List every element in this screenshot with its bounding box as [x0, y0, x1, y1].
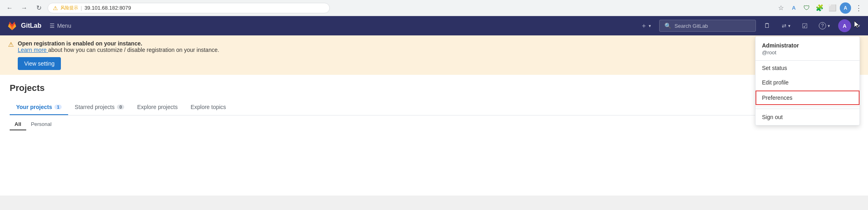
tab-your-projects-label: Your projects [16, 104, 52, 110]
gitlab-logo-text: GitLab [21, 22, 42, 29]
browser-toolbar-icons: ☆ A 🛡 🧩 ⬜ A ⋮ [775, 2, 864, 14]
new-item-button[interactable]: ＋ ▾ [637, 19, 654, 33]
user-avatar-button[interactable]: A [838, 19, 851, 32]
projects-tabs: Your projects 1 Starred projects 0 Explo… [10, 100, 786, 115]
sub-tab-all[interactable]: All [10, 119, 26, 130]
sub-tab-personal[interactable]: Personal [26, 119, 56, 130]
dropdown-user-handle: @root [762, 49, 853, 56]
tab-your-projects-badge: 1 [54, 105, 62, 109]
banner-content: Open registration is enabled on your ins… [18, 40, 219, 70]
banner-suffix-text: about how you can customize / disable re… [48, 47, 219, 53]
plus-icon: ＋ [641, 22, 647, 30]
learn-more-link[interactable]: Learn more [18, 47, 48, 53]
warning-text: 风险提示 [60, 5, 78, 11]
back-button[interactable]: ← [4, 2, 15, 14]
dropdown-user-info: Administrator @root [756, 37, 860, 61]
whiteboard-button[interactable]: 🗒 [761, 20, 774, 32]
tab-explore-label: Explore projects [137, 104, 177, 110]
browser-chrome: ← → ↻ ⚠ 风险提示 | 39.101.68.182:8079 ☆ A 🛡 … [0, 0, 868, 16]
banner-main-text: Open registration is enabled on your ins… [18, 40, 142, 47]
extensions-icon[interactable]: 🧩 [814, 2, 825, 14]
forward-button[interactable]: → [19, 2, 30, 14]
banner-message: Open registration is enabled on your ins… [18, 40, 219, 53]
split-screen-icon[interactable]: ⬜ [827, 2, 838, 14]
gitlab-fox-icon [6, 20, 18, 31]
sign-out-item[interactable]: Sign out [756, 109, 860, 125]
dropdown-user-name: Administrator [762, 42, 853, 49]
view-setting-button[interactable]: View setting [18, 57, 61, 70]
sub-tabs: All Personal [10, 115, 858, 130]
search-icon: 🔍 [664, 23, 671, 29]
menu-button[interactable]: ☰ Menu [46, 20, 75, 31]
tab-your-projects[interactable]: Your projects 1 [10, 100, 68, 115]
shield-icon[interactable]: 🛡 [801, 2, 812, 14]
tab-explore-projects[interactable]: Explore projects [131, 100, 184, 115]
search-placeholder: Search GitLab [674, 23, 708, 29]
merge-icon: ⇄ [782, 23, 787, 29]
whiteboard-icon: 🗒 [764, 22, 770, 29]
menu-label: Menu [57, 23, 71, 29]
preferences-item[interactable]: Preferences [756, 91, 860, 105]
banner-warning-icon: ⚠ [8, 41, 14, 48]
help-chevron: ▾ [828, 23, 830, 29]
extension-icon-a[interactable]: A [788, 2, 799, 14]
address-bar[interactable]: ⚠ 风险提示 | 39.101.68.182:8079 [48, 3, 330, 13]
tab-topics-label: Explore topics [191, 104, 226, 110]
browser-menu-icon[interactable]: ⋮ [853, 2, 864, 14]
edit-profile-item[interactable]: Edit profile [756, 75, 860, 90]
user-dropdown: Administrator @root Set status Edit prof… [755, 36, 860, 126]
gitlab-logo[interactable]: GitLab [6, 20, 42, 31]
search-bar[interactable]: 🔍 Search GitLab [659, 20, 756, 32]
warning-icon: ⚠ [53, 5, 58, 11]
issues-button[interactable]: ☑ [799, 20, 811, 32]
main-content: Projects Your projects 1 Starred project… [0, 75, 868, 196]
tab-starred-label: Starred projects [75, 104, 114, 110]
registration-banner: ⚠ Open registration is enabled on your i… [0, 35, 868, 75]
merge-requests-button[interactable]: ⇄ ▾ [778, 20, 794, 31]
tab-explore-topics[interactable]: Explore topics [184, 100, 233, 115]
bookmark-star-icon[interactable]: ☆ [775, 2, 787, 14]
set-status-item[interactable]: Set status [756, 61, 860, 75]
tab-starred-projects[interactable]: Starred projects 0 [68, 100, 131, 115]
browser-user-avatar[interactable]: A [840, 2, 851, 14]
hamburger-icon: ☰ [50, 23, 55, 29]
check-square-icon: ☑ [802, 22, 808, 30]
url-text: 39.101.68.182:8079 [84, 5, 131, 11]
tab-starred-badge: 0 [117, 105, 124, 109]
page-title: Projects [10, 83, 858, 93]
dropdown-divider [756, 107, 860, 107]
separator: | [81, 5, 82, 11]
reload-button[interactable]: ↻ [33, 2, 44, 14]
merge-chevron: ▾ [788, 23, 791, 29]
gitlab-header: GitLab ☰ Menu ＋ ▾ 🔍 Search GitLab 🗒 ⇄ ▾ … [0, 16, 868, 35]
user-menu-chevron[interactable]: ▾ [856, 21, 862, 30]
help-button[interactable]: ? ▾ [816, 20, 833, 32]
new-dropdown-chevron: ▾ [649, 23, 651, 29]
help-icon: ? [819, 22, 826, 29]
